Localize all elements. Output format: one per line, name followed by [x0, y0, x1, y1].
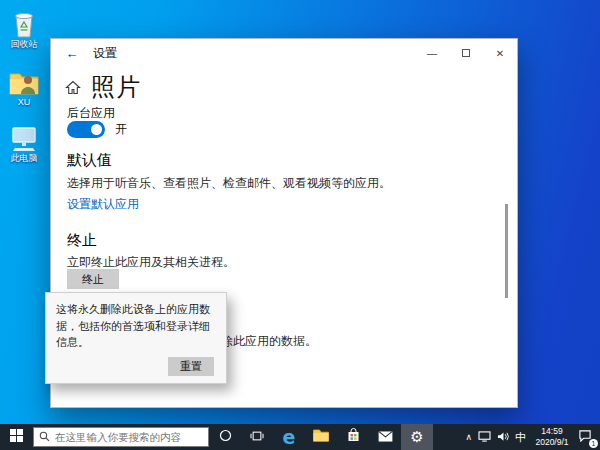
start-button[interactable]	[0, 424, 32, 450]
terminate-section-header: 终止	[67, 231, 97, 250]
cortana-button[interactable]	[209, 424, 241, 450]
volume-button[interactable]	[494, 424, 512, 450]
settings-taskbar-button[interactable]: ⚙	[401, 424, 433, 450]
close-button[interactable]: ✕	[483, 39, 517, 67]
notification-badge: 1	[589, 439, 598, 448]
user-folder-icon	[1, 66, 47, 96]
desktop: 回收站 XU 此电脑 ← 设置	[0, 0, 600, 450]
reset-confirm-button[interactable]: 重置	[168, 357, 214, 376]
background-apps-label: 后台应用	[67, 105, 115, 122]
clock[interactable]: 14:59 2020/9/1	[529, 426, 575, 447]
store-button[interactable]	[337, 424, 369, 450]
clock-time: 14:59	[529, 426, 575, 437]
defaults-section-desc: 选择用于听音乐、查看照片、检查邮件、观看视频等的应用。	[67, 175, 391, 192]
reset-confirm-text: 这将永久删除此设备上的应用数据，包括你的首选项和登录详细信息。	[56, 301, 216, 351]
chevron-up-icon: ∧	[465, 432, 472, 442]
minimize-icon: —	[427, 48, 437, 59]
system-tray: ∧ 中	[462, 424, 600, 450]
file-explorer-button[interactable]	[305, 424, 337, 450]
mail-icon	[378, 428, 393, 446]
defaults-section-header: 默认值	[67, 151, 112, 170]
page-title: 照片	[91, 71, 141, 103]
mail-button[interactable]	[369, 424, 401, 450]
titlebar: ← 设置 — ✕	[51, 39, 517, 67]
recycle-bin-icon	[1, 8, 47, 38]
ime-indicator: 中	[515, 430, 526, 445]
maximize-button[interactable]	[449, 39, 483, 67]
task-view-icon	[250, 428, 264, 446]
desktop-icon-recycle-bin[interactable]: 回收站	[1, 8, 47, 50]
desktop-icon-label: 回收站	[1, 40, 47, 50]
terminate-button[interactable]: 终止	[67, 269, 119, 289]
desktop-icon-this-pc[interactable]: 此电脑	[1, 122, 47, 164]
clock-date: 2020/9/1	[529, 437, 575, 448]
background-apps-toggle-row: 开	[67, 121, 127, 138]
desktop-icon-label: 此电脑	[1, 154, 47, 164]
reset-confirm-flyout: 这将永久删除此设备上的应用数据，包括你的首选项和登录详细信息。 重置	[45, 292, 227, 384]
edge-button[interactable]: e	[273, 424, 305, 450]
scrollbar-thumb[interactable]	[505, 204, 508, 298]
file-explorer-icon	[313, 428, 329, 446]
ime-button[interactable]: 中	[512, 424, 529, 450]
desktop-icon-user-folder[interactable]: XU	[1, 66, 47, 108]
back-icon: ←	[66, 46, 79, 61]
gear-icon: ⚙	[410, 428, 423, 446]
window-controls: — ✕	[415, 39, 517, 67]
search-input[interactable]	[55, 431, 203, 443]
close-icon: ✕	[496, 48, 504, 59]
minimize-button[interactable]: —	[415, 39, 449, 67]
taskbar: e	[0, 424, 600, 450]
task-view-button[interactable]	[241, 424, 273, 450]
speaker-icon	[497, 428, 509, 446]
page-head: 照片	[65, 71, 141, 103]
network-button[interactable]	[475, 424, 494, 450]
desktop-icon-label: XU	[1, 98, 47, 108]
set-default-apps-link[interactable]: 设置默认应用	[67, 196, 139, 213]
back-button[interactable]: ←	[51, 39, 93, 67]
window-title: 设置	[93, 45, 117, 62]
tray-expand-button[interactable]: ∧	[462, 424, 475, 450]
toggle-knob	[91, 124, 102, 135]
edge-icon: e	[283, 426, 296, 448]
taskbar-search[interactable]	[33, 427, 209, 447]
maximize-icon	[462, 49, 470, 57]
search-icon	[39, 428, 50, 446]
background-apps-toggle[interactable]	[67, 121, 105, 138]
cortana-icon	[219, 428, 232, 446]
toggle-state-label: 开	[115, 121, 127, 138]
windows-logo-icon	[10, 428, 23, 446]
this-pc-icon	[1, 122, 47, 152]
store-icon	[347, 428, 360, 446]
reset-section-desc-fragment: 除此应用的数据。	[221, 333, 317, 350]
network-icon	[478, 428, 491, 446]
action-center-button[interactable]: 1	[575, 424, 600, 450]
home-icon	[65, 80, 81, 99]
